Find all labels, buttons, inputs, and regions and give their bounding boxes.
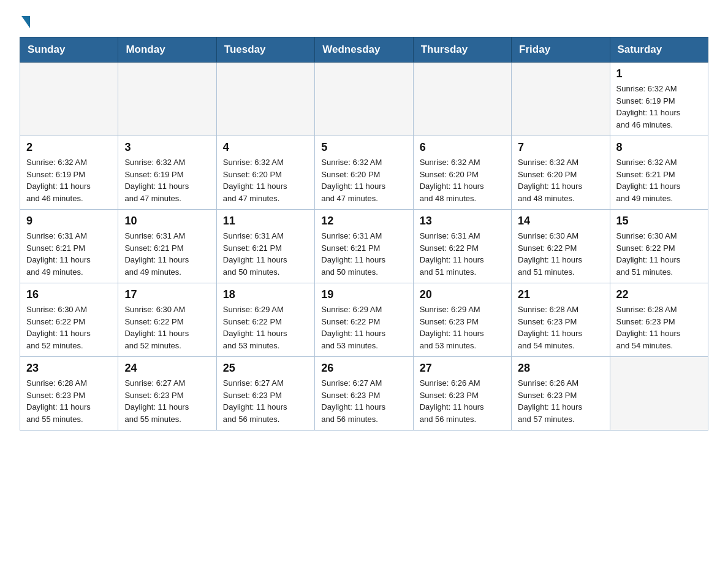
day-info: Sunrise: 6:32 AMSunset: 6:19 PMDaylight:… xyxy=(26,156,112,204)
day-number: 26 xyxy=(321,362,406,375)
day-info: Sunrise: 6:31 AMSunset: 6:21 PMDaylight:… xyxy=(321,230,406,278)
day-number: 27 xyxy=(420,362,505,375)
day-info: Sunrise: 6:31 AMSunset: 6:22 PMDaylight:… xyxy=(420,230,505,278)
calendar-cell: 8Sunrise: 6:32 AMSunset: 6:21 PMDaylight… xyxy=(610,136,708,210)
day-number: 15 xyxy=(616,215,702,228)
day-info: Sunrise: 6:26 AMSunset: 6:23 PMDaylight:… xyxy=(518,377,603,425)
day-info: Sunrise: 6:29 AMSunset: 6:22 PMDaylight:… xyxy=(223,304,308,351)
calendar-cell: 18Sunrise: 6:29 AMSunset: 6:22 PMDayligh… xyxy=(216,283,314,357)
day-info: Sunrise: 6:31 AMSunset: 6:21 PMDaylight:… xyxy=(223,230,308,278)
day-number: 3 xyxy=(124,141,210,154)
day-info: Sunrise: 6:26 AMSunset: 6:23 PMDaylight:… xyxy=(420,377,505,425)
week-row-2: 2Sunrise: 6:32 AMSunset: 6:19 PMDaylight… xyxy=(20,136,708,210)
calendar-cell: 22Sunrise: 6:28 AMSunset: 6:23 PMDayligh… xyxy=(610,283,708,357)
calendar-cell: 3Sunrise: 6:32 AMSunset: 6:19 PMDaylight… xyxy=(118,136,216,210)
day-info: Sunrise: 6:27 AMSunset: 6:23 PMDaylight:… xyxy=(223,377,308,425)
day-info: Sunrise: 6:28 AMSunset: 6:23 PMDaylight:… xyxy=(616,304,702,351)
day-number: 14 xyxy=(518,215,603,228)
week-row-1: 1Sunrise: 6:32 AMSunset: 6:19 PMDaylight… xyxy=(20,63,708,136)
day-number: 21 xyxy=(518,288,603,301)
day-info: Sunrise: 6:28 AMSunset: 6:23 PMDaylight:… xyxy=(26,377,112,425)
day-header-sunday: Sunday xyxy=(20,37,118,63)
day-number: 18 xyxy=(223,288,308,301)
day-header-thursday: Thursday xyxy=(413,37,511,63)
day-number: 5 xyxy=(321,141,406,154)
calendar-cell xyxy=(315,63,413,136)
day-number: 16 xyxy=(26,288,112,301)
page-header xyxy=(20,15,708,26)
calendar-cell xyxy=(512,63,610,136)
day-header-saturday: Saturday xyxy=(610,37,708,63)
day-info: Sunrise: 6:27 AMSunset: 6:23 PMDaylight:… xyxy=(124,377,210,425)
day-number: 8 xyxy=(616,141,702,154)
calendar-cell: 23Sunrise: 6:28 AMSunset: 6:23 PMDayligh… xyxy=(20,357,118,431)
day-info: Sunrise: 6:30 AMSunset: 6:22 PMDaylight:… xyxy=(124,304,210,351)
calendar-cell: 27Sunrise: 6:26 AMSunset: 6:23 PMDayligh… xyxy=(413,357,511,431)
logo xyxy=(20,15,30,26)
day-info: Sunrise: 6:29 AMSunset: 6:23 PMDaylight:… xyxy=(420,304,505,351)
day-number: 22 xyxy=(616,288,702,301)
day-info: Sunrise: 6:32 AMSunset: 6:19 PMDaylight:… xyxy=(124,156,210,204)
day-info: Sunrise: 6:32 AMSunset: 6:21 PMDaylight:… xyxy=(616,156,702,204)
day-info: Sunrise: 6:30 AMSunset: 6:22 PMDaylight:… xyxy=(616,230,702,278)
calendar-cell: 20Sunrise: 6:29 AMSunset: 6:23 PMDayligh… xyxy=(413,283,511,357)
day-info: Sunrise: 6:31 AMSunset: 6:21 PMDaylight:… xyxy=(26,230,112,278)
calendar-cell: 25Sunrise: 6:27 AMSunset: 6:23 PMDayligh… xyxy=(216,357,314,431)
calendar-cell: 4Sunrise: 6:32 AMSunset: 6:20 PMDaylight… xyxy=(216,136,314,210)
calendar-cell: 19Sunrise: 6:29 AMSunset: 6:22 PMDayligh… xyxy=(315,283,413,357)
day-number: 17 xyxy=(124,288,210,301)
day-number: 10 xyxy=(124,215,210,228)
calendar-cell: 15Sunrise: 6:30 AMSunset: 6:22 PMDayligh… xyxy=(610,210,708,283)
calendar-cell: 13Sunrise: 6:31 AMSunset: 6:22 PMDayligh… xyxy=(413,210,511,283)
calendar-cell: 12Sunrise: 6:31 AMSunset: 6:21 PMDayligh… xyxy=(315,210,413,283)
day-number: 11 xyxy=(223,215,308,228)
day-number: 28 xyxy=(518,362,603,375)
calendar-cell: 16Sunrise: 6:30 AMSunset: 6:22 PMDayligh… xyxy=(20,283,118,357)
calendar-cell: 5Sunrise: 6:32 AMSunset: 6:20 PMDaylight… xyxy=(315,136,413,210)
day-number: 1 xyxy=(616,67,702,80)
calendar-cell xyxy=(413,63,511,136)
day-info: Sunrise: 6:30 AMSunset: 6:22 PMDaylight:… xyxy=(26,304,112,351)
day-number: 24 xyxy=(124,362,210,375)
day-info: Sunrise: 6:29 AMSunset: 6:22 PMDaylight:… xyxy=(321,304,406,351)
calendar-cell: 14Sunrise: 6:30 AMSunset: 6:22 PMDayligh… xyxy=(512,210,610,283)
day-number: 6 xyxy=(420,141,505,154)
day-info: Sunrise: 6:32 AMSunset: 6:19 PMDaylight:… xyxy=(616,83,702,131)
day-number: 19 xyxy=(321,288,406,301)
day-number: 20 xyxy=(420,288,505,301)
week-row-5: 23Sunrise: 6:28 AMSunset: 6:23 PMDayligh… xyxy=(20,357,708,431)
day-header-tuesday: Tuesday xyxy=(216,37,314,63)
calendar-cell xyxy=(216,63,314,136)
calendar-cell: 24Sunrise: 6:27 AMSunset: 6:23 PMDayligh… xyxy=(118,357,216,431)
day-info: Sunrise: 6:30 AMSunset: 6:22 PMDaylight:… xyxy=(518,230,603,278)
calendar-cell: 11Sunrise: 6:31 AMSunset: 6:21 PMDayligh… xyxy=(216,210,314,283)
day-info: Sunrise: 6:27 AMSunset: 6:23 PMDaylight:… xyxy=(321,377,406,425)
calendar-cell: 6Sunrise: 6:32 AMSunset: 6:20 PMDaylight… xyxy=(413,136,511,210)
day-number: 25 xyxy=(223,362,308,375)
calendar-cell: 26Sunrise: 6:27 AMSunset: 6:23 PMDayligh… xyxy=(315,357,413,431)
day-number: 13 xyxy=(420,215,505,228)
calendar-cell xyxy=(20,63,118,136)
day-number: 2 xyxy=(26,141,112,154)
calendar-cell: 9Sunrise: 6:31 AMSunset: 6:21 PMDaylight… xyxy=(20,210,118,283)
calendar-table: SundayMondayTuesdayWednesdayThursdayFrid… xyxy=(20,37,708,431)
week-row-4: 16Sunrise: 6:30 AMSunset: 6:22 PMDayligh… xyxy=(20,283,708,357)
day-number: 23 xyxy=(26,362,112,375)
calendar-cell: 1Sunrise: 6:32 AMSunset: 6:19 PMDaylight… xyxy=(610,63,708,136)
day-header-monday: Monday xyxy=(118,37,216,63)
week-row-3: 9Sunrise: 6:31 AMSunset: 6:21 PMDaylight… xyxy=(20,210,708,283)
day-number: 9 xyxy=(26,215,112,228)
day-info: Sunrise: 6:28 AMSunset: 6:23 PMDaylight:… xyxy=(518,304,603,351)
day-info: Sunrise: 6:32 AMSunset: 6:20 PMDaylight:… xyxy=(420,156,505,204)
calendar-cell: 28Sunrise: 6:26 AMSunset: 6:23 PMDayligh… xyxy=(512,357,610,431)
calendar-cell: 21Sunrise: 6:28 AMSunset: 6:23 PMDayligh… xyxy=(512,283,610,357)
day-header-wednesday: Wednesday xyxy=(315,37,413,63)
day-number: 7 xyxy=(518,141,603,154)
calendar-cell: 2Sunrise: 6:32 AMSunset: 6:19 PMDaylight… xyxy=(20,136,118,210)
calendar-cell: 10Sunrise: 6:31 AMSunset: 6:21 PMDayligh… xyxy=(118,210,216,283)
calendar-cell xyxy=(118,63,216,136)
day-info: Sunrise: 6:31 AMSunset: 6:21 PMDaylight:… xyxy=(124,230,210,278)
calendar-header-row: SundayMondayTuesdayWednesdayThursdayFrid… xyxy=(20,37,708,63)
calendar-cell: 7Sunrise: 6:32 AMSunset: 6:20 PMDaylight… xyxy=(512,136,610,210)
day-info: Sunrise: 6:32 AMSunset: 6:20 PMDaylight:… xyxy=(321,156,406,204)
